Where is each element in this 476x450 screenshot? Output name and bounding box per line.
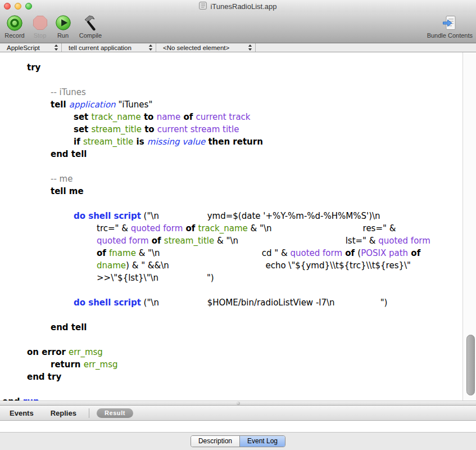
- code-token: application: [69, 100, 116, 110]
- code-token: err_msg: [69, 347, 103, 357]
- close-button[interactable]: [4, 3, 11, 10]
- window-title-group: iTunesRadioList.app: [199, 1, 276, 12]
- code-token: tell me: [51, 186, 84, 196]
- compile-button[interactable]: Compile: [74, 14, 107, 39]
- code-token: & "\n cd " &: [136, 248, 291, 258]
- code-token: end try: [27, 372, 61, 382]
- bottom-bar: Description Event Log: [0, 433, 476, 450]
- popup-stepper-icon: [248, 44, 252, 51]
- code-token: run: [23, 397, 39, 400]
- code-line: tell application "iTunes": [0, 98, 462, 111]
- record-button[interactable]: Record: [1, 14, 28, 39]
- record-icon: [6, 14, 23, 32]
- stop-label: Stop: [34, 32, 47, 39]
- run-icon: [55, 14, 71, 32]
- code-token: >>\"${lst}\"\n "): [97, 273, 214, 283]
- code-line: on error err_msg: [0, 346, 462, 358]
- code-token: end tell: [51, 322, 87, 332]
- bundle-contents-icon: [442, 14, 457, 32]
- pane-splitter[interactable]: [0, 400, 476, 406]
- code-line: try: [0, 61, 462, 74]
- code-token: return: [51, 359, 84, 370]
- code-token: track_name: [92, 112, 141, 122]
- context-popup[interactable]: tell current application: [62, 43, 156, 52]
- tab-separator: [89, 408, 89, 418]
- code-token: of: [342, 248, 357, 258]
- zoom-button[interactable]: [25, 3, 32, 10]
- log-tab-bar: Events Replies Result: [0, 406, 476, 421]
- navigation-bar: AppleScript tell current application <No…: [0, 43, 476, 52]
- code-line: return err_msg: [0, 358, 462, 371]
- result-pane: [0, 421, 476, 433]
- code-line: end try: [0, 371, 462, 383]
- minimize-button[interactable]: [15, 3, 21, 10]
- code-token: of: [149, 236, 164, 246]
- splitter-handle-icon[interactable]: [237, 402, 240, 405]
- code-line: do shell script ("\n $HOME/bin/radioList…: [0, 296, 462, 309]
- code-line: if stream_title is missing value then re…: [0, 136, 462, 148]
- script-document-icon: [199, 1, 207, 12]
- vertical-scrollbar-thumb[interactable]: [466, 335, 475, 395]
- code-token: do shell script: [74, 298, 141, 308]
- code-line: [0, 334, 462, 346]
- code-line: [0, 284, 462, 296]
- code-token: ("\n $HOME/bin/radioListView -l7\n "): [141, 298, 388, 308]
- language-popup[interactable]: AppleScript: [0, 43, 62, 52]
- stop-icon: [32, 14, 48, 32]
- stop-button[interactable]: Stop: [28, 14, 52, 39]
- code-token: of: [183, 223, 198, 233]
- code-token: -- me: [51, 174, 72, 184]
- code-line: [0, 74, 462, 86]
- code-line: of fname & "\n cd " & quoted form of (PO…: [0, 247, 462, 259]
- code-line: -- me: [0, 173, 462, 185]
- code-line: quoted form of stream_title & "\n lst=" …: [0, 235, 462, 247]
- code-line: [0, 309, 462, 321]
- vertical-scrollbar-track[interactable]: [463, 52, 476, 400]
- code-token: stream_title: [92, 124, 142, 134]
- code-token: name: [157, 112, 181, 122]
- window-controls: [4, 3, 32, 10]
- tab-result[interactable]: Result: [97, 408, 133, 418]
- code-token: fname: [109, 248, 136, 258]
- view-segmented-control: Description Event Log: [191, 435, 285, 447]
- code-line: end tell: [0, 148, 462, 160]
- code-token: & "\n lst=" &: [214, 236, 378, 246]
- code-token: to: [142, 124, 157, 134]
- code-line: do shell script ("\n ymd=$(date '+%Y-%m-…: [0, 210, 462, 222]
- element-popup-value: <No selected element>: [163, 44, 229, 51]
- bundle-contents-label: Bundle Contents: [427, 32, 473, 39]
- code-token: quoted form: [290, 248, 342, 258]
- code-line: [0, 197, 462, 210]
- code-token: ("\n ymd=$(date '+%Y-%m-%d-%H%M%S')\n: [141, 211, 380, 221]
- code-line: dname) & " &&\n echo \"${ymd}\\t${trc}\\…: [0, 259, 462, 272]
- script-editor[interactable]: try-- iTunestell application "iTunes"set…: [0, 52, 476, 400]
- code-token: stream_title: [164, 236, 214, 246]
- code-token: "iTunes": [116, 100, 153, 110]
- tab-replies[interactable]: Replies: [51, 409, 76, 417]
- record-label: Record: [4, 32, 24, 39]
- code-token: on error: [27, 347, 69, 357]
- code-line: [0, 383, 462, 395]
- code-line: set track_name to name of current track: [0, 111, 462, 123]
- bundle-contents-button[interactable]: Bundle Contents: [427, 14, 474, 39]
- run-button[interactable]: Run: [52, 14, 74, 39]
- code-token: is: [133, 137, 147, 147]
- code-line: end tell: [0, 321, 462, 334]
- code-token: quoted form: [97, 236, 149, 246]
- code-line: -- iTunes: [0, 86, 462, 98]
- code-token: stream_title: [83, 137, 133, 147]
- code-area: try-- iTunestell application "iTunes"set…: [0, 61, 462, 400]
- code-token: dname: [97, 260, 126, 271]
- code-line: end run: [0, 395, 462, 400]
- context-popup-value: tell current application: [69, 44, 132, 51]
- event-log-segment-button[interactable]: Event Log: [239, 436, 285, 447]
- code-token: try: [27, 62, 40, 73]
- element-popup[interactable]: <No selected element>: [156, 43, 256, 52]
- title-bar: iTunesRadioList.app: [0, 0, 476, 12]
- toolbar: Record Stop Run: [0, 12, 476, 43]
- tab-events[interactable]: Events: [10, 409, 34, 417]
- code-line: [0, 160, 462, 173]
- code-token: missing value: [147, 137, 205, 147]
- code-token: end: [2, 397, 23, 400]
- description-segment-button[interactable]: Description: [191, 436, 239, 447]
